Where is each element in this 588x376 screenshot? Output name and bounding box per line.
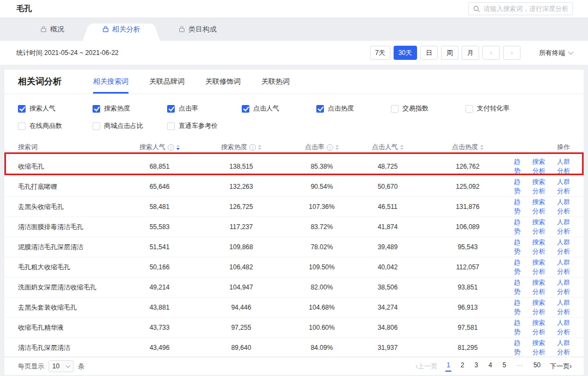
prev-page-button[interactable]: ‹上一页 [415,362,437,371]
action-link-2[interactable]: 人群分析 [550,318,570,337]
related-search-table: 搜索词搜索人气搜索热度点击率点击人气点击热度操作 收缩毛孔68,851138,5… [4,138,584,357]
filter-item[interactable]: 支付转化率 [465,104,540,113]
period-button-月[interactable]: 月 [462,46,479,60]
action-link-1[interactable]: 搜索分析 [526,258,546,276]
tab-related-analysis[interactable]: 相关分析 [83,17,160,41]
keyword-cell: 去黑头收缩毛孔 [4,202,130,212]
column-header-2[interactable]: 搜索热度 [189,143,293,152]
search-box[interactable] [468,2,573,15]
page-button-1[interactable]: 1 [445,361,451,372]
subtab-0[interactable]: 相关搜索词 [93,70,128,94]
action-link-1[interactable]: 搜索分析 [526,318,546,337]
page-button-3[interactable]: 3 [474,361,480,372]
next-period-button[interactable]: › [503,46,520,60]
subtab-1[interactable]: 关联品牌词 [149,70,185,94]
period-controls: 7天30天日周月 ‹ › 所有终端 [367,46,573,60]
checkbox-unchecked-icon[interactable] [465,105,473,113]
column-header-5[interactable]: 点击热度 [425,143,511,152]
metric-cell: 138,515 [189,163,293,170]
column-header-4[interactable]: 点击人气 [351,143,425,152]
metric-cell: 112,057 [425,263,511,271]
info-icon[interactable] [249,144,256,151]
action-link-1[interactable]: 搜索分析 [526,298,546,317]
action-link-2[interactable]: 人群分析 [550,218,570,236]
sort-icon[interactable] [258,145,261,150]
action-link-0[interactable]: 趋势 [511,318,520,337]
filter-label: 点击人气 [253,104,279,113]
checkbox-unchecked-icon[interactable] [18,122,26,130]
action-link-2[interactable]: 人群分析 [550,238,570,256]
table-row: 毛孔打底啫喱65,646132,26390.54%50,670125,092趋势… [4,176,584,196]
checkbox-unchecked-icon[interactable] [167,122,175,130]
page-button-4[interactable]: 4 [487,361,493,372]
metric-cell: 96,913 [425,304,511,311]
sort-icon[interactable] [480,145,483,150]
column-header-1[interactable]: 搜索人气 [130,143,189,152]
filter-item[interactable]: 点击人气 [242,104,316,113]
page-button-2[interactable]: 2 [460,361,465,372]
subtab-3[interactable]: 关联热词 [261,70,290,94]
checkbox-unchecked-icon[interactable] [93,122,100,130]
checkbox-checked-icon[interactable] [167,105,175,113]
action-link-2[interactable]: 人群分析 [550,177,570,196]
sort-icon[interactable] [400,145,403,150]
action-link-0[interactable]: 趋势 [511,177,520,196]
action-link-1[interactable]: 搜索分析 [526,238,546,256]
action-link-1[interactable]: 搜索分析 [526,157,546,176]
sort-icon[interactable] [335,145,339,150]
checkbox-checked-icon[interactable] [316,105,324,113]
action-link-1[interactable]: 搜索分析 [526,198,546,216]
period-button-周[interactable]: 周 [441,46,458,60]
filter-item[interactable]: 点击热度 [316,104,391,113]
checkbox-checked-icon[interactable] [242,105,249,113]
filter-item[interactable]: 搜索热度 [93,104,167,113]
filter-item[interactable]: 直通车参考价 [167,121,242,131]
action-link-2[interactable]: 人群分析 [550,258,570,276]
action-link-0[interactable]: 趋势 [511,338,520,357]
subtab-2[interactable]: 关联修饰词 [205,70,241,94]
keyword-cell: 收缩毛孔 [4,162,130,171]
action-link-0[interactable]: 趋势 [511,198,520,216]
action-link-0[interactable]: 趋势 [511,298,520,317]
search-input[interactable] [483,5,568,13]
action-link-2[interactable]: 人群分析 [550,157,570,176]
action-link-1[interactable]: 搜索分析 [526,338,546,357]
terminal-selector[interactable]: 所有终端 [539,48,573,58]
prev-period-button[interactable]: ‹ [482,46,500,60]
period-button-30天[interactable]: 30天 [394,46,417,60]
filter-item[interactable]: 商城点击占比 [93,121,167,131]
action-link-2[interactable]: 人群分析 [550,298,570,317]
period-button-日[interactable]: 日 [420,46,438,60]
column-header-3[interactable]: 点击率 [293,143,351,152]
action-link-0[interactable]: 趋势 [511,238,520,256]
action-link-0[interactable]: 趋势 [511,218,520,236]
action-link-2[interactable]: 人群分析 [550,338,570,357]
tab-overview[interactable]: 概况 [22,17,83,41]
period-button-7天[interactable]: 7天 [370,46,390,60]
action-link-1[interactable]: 搜索分析 [526,218,546,236]
checkbox-checked-icon[interactable] [18,105,26,113]
action-link-2[interactable]: 人群分析 [550,198,570,216]
filter-item[interactable]: 交易指数 [391,104,465,113]
checkbox-checked-icon[interactable] [93,105,100,113]
sort-icon[interactable] [176,145,180,150]
next-page-button[interactable]: 下一页› [550,362,572,371]
info-icon[interactable] [168,144,174,151]
filter-item[interactable]: 在线商品数 [18,121,93,131]
action-link-2[interactable]: 人群分析 [550,278,570,297]
action-link-0[interactable]: 趋势 [511,258,520,276]
page-button-5[interactable]: 5 [501,361,507,372]
action-link-1[interactable]: 搜索分析 [526,177,546,196]
info-icon[interactable] [327,144,333,151]
action-link-0[interactable]: 趋势 [511,157,520,176]
filter-item[interactable]: 搜索人气 [18,104,93,113]
column-label: 点击人气 [372,143,398,152]
metric-cell: 82.00% [293,283,351,291]
action-link-0[interactable]: 趋势 [511,278,520,297]
page-button-50[interactable]: 50 [532,361,542,372]
action-link-1[interactable]: 搜索分析 [526,278,546,297]
per-page-select[interactable]: 10 [48,360,74,372]
checkbox-unchecked-icon[interactable] [391,105,399,113]
tab-category-composition[interactable]: 类目构成 [160,17,235,41]
filter-item[interactable]: 点击率 [167,104,242,113]
